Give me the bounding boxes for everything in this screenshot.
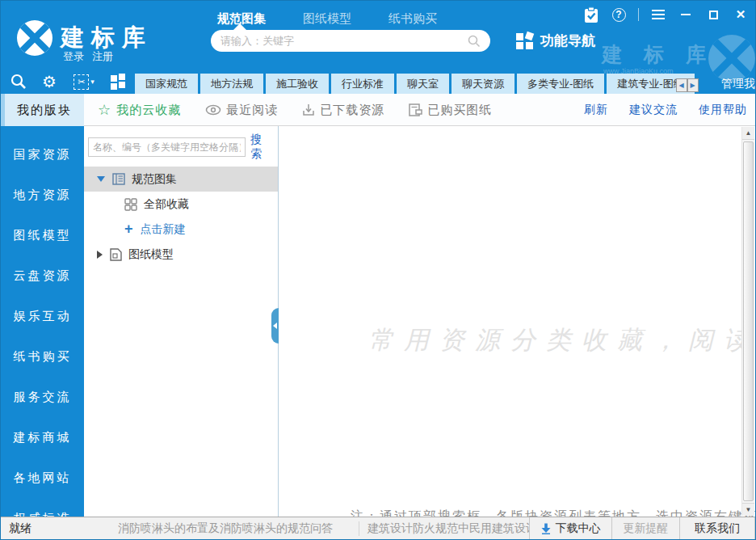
function-nav-label: 功能导航	[540, 32, 595, 50]
global-search-box[interactable]	[211, 30, 490, 52]
sidebar-item-local-resources[interactable]: 地方资源	[1, 175, 84, 215]
clipped-hint-text: 注：通过顶部搜索框、各版块资源列表等地方，选中资源右键菜单即可收藏	[351, 508, 755, 517]
panel-collapse-handle[interactable]	[271, 308, 279, 344]
sidebar-item-national-resources[interactable]: 国家资源	[1, 134, 84, 175]
tree-node-create-new[interactable]: + 点击新建	[84, 217, 278, 242]
drawing-sheet-icon	[409, 103, 422, 116]
register-link[interactable]: 注册	[92, 50, 113, 62]
tree-node-label: 图纸模型	[128, 247, 174, 262]
function-nav-grid-icon	[516, 32, 534, 50]
sidebar-item-jianbiao-mall[interactable]: 建标商城	[1, 417, 84, 458]
tree-search-row: 搜索	[84, 126, 278, 167]
maximize-button[interactable]	[705, 6, 721, 23]
atlas-book-icon	[112, 173, 125, 185]
view-recent-reads[interactable]: 最近阅读	[205, 103, 278, 118]
search-tool-icon[interactable]	[9, 72, 28, 91]
settings-gear-icon[interactable]: ⚙	[40, 72, 59, 91]
tab-national-standards[interactable]: 国家规范	[135, 74, 198, 94]
sidebar: 国家资源 地方资源 图纸模型 云盘资源 娱乐互动 纸书购买 服务交流 建标商城 …	[1, 126, 84, 539]
collapse-arrow-icon[interactable]	[97, 176, 105, 182]
contact-us-button[interactable]: 联系我们	[679, 517, 755, 539]
scroll-down-icon[interactable]: ▼	[742, 503, 754, 516]
star-icon: ☆	[98, 103, 111, 117]
help-icon[interactable]: ?	[611, 6, 627, 23]
download-arrow-icon	[541, 523, 551, 534]
app-logo-icon	[17, 20, 52, 56]
tree-search-button[interactable]: 搜索	[250, 133, 273, 162]
tab-chat-room[interactable]: 聊天室	[397, 74, 449, 94]
tab-local-regulations[interactable]: 地方法规	[200, 74, 263, 94]
tab-scroll-right-icon[interactable]: ▶	[687, 78, 699, 92]
collapse-left-arrow-icon	[273, 323, 277, 329]
main-content: 常用资源分类收藏，阅读查找更方便 注：通过顶部搜索框、各版块资源列表等地方，选中…	[279, 126, 755, 517]
app-window: 建 标 库 www.JianBiaoKu.com 建标库 登录注册 规范图集 图…	[0, 0, 756, 540]
drawing-page-icon	[110, 248, 122, 261]
sidebar-item-cloud-resources[interactable]: 云盘资源	[1, 255, 84, 296]
tree-search-input[interactable]	[88, 137, 246, 157]
category-tab-strip: 国家规范 地方法规 施工验收 行业标准 聊天室 聊天资源 多类专业-图纸 建筑专…	[135, 74, 755, 94]
tab-industry-standards[interactable]: 行业标准	[331, 74, 394, 94]
tree-node-label: 规范图集	[132, 172, 177, 187]
tree-node-label: 全部收藏	[144, 197, 189, 212]
all-favorites-grid-icon	[124, 198, 137, 211]
screenshot-tool-icon[interactable]: ✂▾	[70, 72, 98, 91]
update-reminder-button[interactable]: 更新提醒	[611, 517, 679, 539]
sidebar-item-book-purchase[interactable]: 纸书购买	[1, 336, 84, 377]
apps-grid-icon[interactable]	[109, 72, 128, 91]
tree-node-label: 点击新建	[141, 222, 186, 237]
favorites-tree-panel: 搜索 规范图集	[84, 126, 279, 517]
controls-divider	[638, 8, 639, 21]
vertical-scrollbar[interactable]: ▲ ▼	[741, 127, 754, 516]
primary-tabs: 规范图集 图纸模型 纸书购买	[217, 11, 437, 27]
tree-node-all-favorites[interactable]: 全部收藏	[84, 192, 278, 217]
tree-node-drawing-models[interactable]: 图纸模型	[84, 242, 278, 267]
tab-chat-resources[interactable]: 聊天资源	[452, 74, 514, 94]
login-link[interactable]: 登录	[63, 50, 84, 62]
tab-book-purchase[interactable]: 纸书购买	[388, 11, 437, 27]
search-icon[interactable]	[468, 35, 481, 48]
window-controls: ? ✕	[583, 5, 749, 24]
expand-arrow-icon[interactable]	[97, 251, 103, 259]
status-message-2[interactable]: 建筑设计防火规范中民用建筑设计常用条文	[359, 521, 529, 536]
sidebar-item-drawing-models[interactable]: 图纸模型	[1, 215, 84, 255]
refresh-link[interactable]: 刷新	[584, 103, 608, 117]
content-toolbar-row: 我的版块 ☆ 我的云收藏 最近阅读 已下载资源	[1, 94, 755, 126]
minimize-button[interactable]	[678, 6, 694, 23]
scroll-up-icon[interactable]: ▲	[742, 127, 754, 140]
header-toolbar: ⚙ ✂▾	[9, 72, 128, 91]
account-links: 登录注册	[63, 49, 121, 64]
suggestion-link[interactable]: 建议交流	[629, 103, 678, 117]
view-cloud-favorites[interactable]: ☆ 我的云收藏	[98, 103, 181, 118]
global-search-input[interactable]	[220, 35, 468, 47]
collection-views: ☆ 我的云收藏 最近阅读 已下载资源	[98, 94, 492, 126]
close-button[interactable]: ✕	[733, 6, 749, 23]
watermark-brand-text: 建 标 库	[602, 41, 714, 68]
tab-construction-acceptance[interactable]: 施工验收	[266, 74, 329, 94]
tab-multi-discipline-drawings[interactable]: 多类专业-图纸	[517, 74, 604, 94]
view-downloaded[interactable]: 已下载资源	[302, 103, 384, 118]
tab-scroll-left-icon[interactable]: ◀	[676, 78, 687, 92]
status-bar: 就绪 消防喷淋头的布置及消防喷淋头的规范问答 建筑设计防火规范中民用建筑设计常用…	[1, 517, 755, 539]
sidebar-item-my-blocks[interactable]: 我的版块	[1, 94, 84, 126]
scrollbar-thumb[interactable]	[743, 141, 754, 501]
content-watermark-text: 常用资源分类收藏，阅读查找更方便	[368, 323, 755, 357]
help-link[interactable]: 使用帮助	[699, 103, 747, 117]
function-nav-button[interactable]: 功能导航	[516, 32, 595, 50]
tab-manage-my-blocks[interactable]: 管理我的版块	[708, 74, 756, 94]
status-message-1[interactable]: 消防喷淋头的布置及消防喷淋头的规范问答	[118, 521, 359, 536]
sidebar-item-entertainment[interactable]: 娱乐互动	[1, 296, 84, 336]
title-bar: 建 标 库 www.JianBiaoKu.com 建标库 登录注册 规范图集 图…	[1, 1, 755, 94]
sidebar-item-service-exchange[interactable]: 服务交流	[1, 377, 84, 417]
eye-icon	[205, 104, 221, 116]
toolbar-links: 刷新 建议交流 使用帮助	[584, 94, 747, 126]
tab-scroll-arrows: ◀ ▶	[676, 78, 699, 92]
download-center-button[interactable]: 下载中心	[529, 517, 611, 539]
status-ready: 就绪	[1, 521, 118, 536]
menu-icon[interactable]	[650, 6, 666, 23]
tab-drawing-models[interactable]: 图纸模型	[303, 11, 351, 27]
plus-icon: +	[124, 221, 133, 238]
clipboard-check-icon[interactable]	[583, 6, 599, 23]
tree-node-standard-atlas[interactable]: 规范图集	[84, 167, 278, 192]
sidebar-item-regional-sites[interactable]: 各地网站	[1, 458, 84, 498]
view-purchased[interactable]: 已购买图纸	[409, 103, 492, 118]
